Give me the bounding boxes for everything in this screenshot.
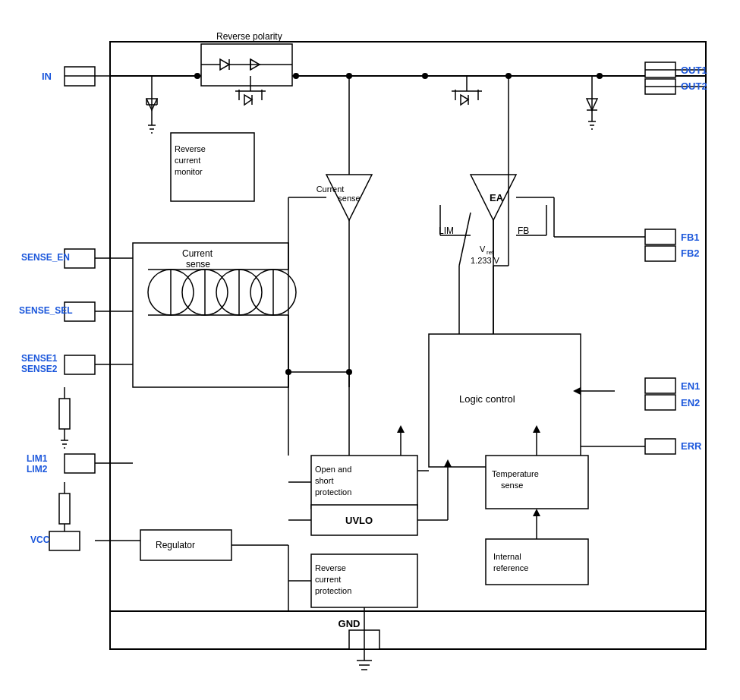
reverse-current-monitor-label-line1: Reverse bbox=[175, 144, 206, 153]
open-short-label-line2: short bbox=[315, 476, 333, 485]
current-sense-amp-label-line1: Current bbox=[316, 184, 345, 194]
reverse-polarity-label: Reverse polarity bbox=[216, 31, 282, 42]
reverse-current-monitor-label-line3: monitor bbox=[175, 167, 203, 176]
svg-rect-126 bbox=[645, 378, 675, 393]
fb1-label: FB1 bbox=[681, 232, 700, 243]
temp-sense-label-line1: Temperature bbox=[492, 469, 539, 478]
current-sense-amp-label-line2: sense bbox=[338, 194, 360, 203]
current-sense-block-label-line2: sense bbox=[186, 259, 210, 270]
svg-rect-83 bbox=[65, 454, 95, 473]
regulator-label: Regulator bbox=[156, 540, 195, 550]
svg-point-13 bbox=[194, 73, 200, 79]
vcc-label: VCC bbox=[30, 534, 50, 545]
svg-rect-127 bbox=[645, 395, 675, 410]
sense-en-label: SENSE_EN bbox=[21, 252, 70, 263]
svg-point-17 bbox=[597, 73, 603, 79]
svg-rect-128 bbox=[645, 439, 675, 454]
uvlo-label: UVLO bbox=[345, 515, 373, 526]
out1-label: OUT1 bbox=[681, 65, 707, 76]
svg-rect-109 bbox=[486, 539, 588, 585]
svg-rect-121 bbox=[645, 229, 675, 244]
reverse-current-monitor-label-line2: current bbox=[175, 156, 200, 165]
internal-ref-label-line2: reference bbox=[493, 563, 528, 572]
rev-cur-prot-label-line2: current bbox=[315, 575, 341, 584]
en1-label: EN1 bbox=[681, 380, 700, 392]
in-label: IN bbox=[42, 71, 52, 82]
open-short-label-line1: Open and bbox=[315, 465, 351, 474]
fb2-label: FB2 bbox=[681, 248, 700, 259]
rev-cur-prot-label-line1: Reverse bbox=[315, 563, 346, 572]
svg-rect-78 bbox=[59, 399, 70, 429]
vref-value-label: 1.233 V bbox=[471, 256, 500, 265]
svg-point-15 bbox=[422, 73, 428, 79]
svg-rect-75 bbox=[65, 355, 95, 374]
logic-control-label: Logic control bbox=[459, 393, 515, 405]
lim2-label: LIM2 bbox=[27, 464, 48, 475]
sense2-label: SENSE2 bbox=[21, 364, 58, 374]
open-short-label-line3: protection bbox=[315, 487, 351, 497]
diagram-container: IN OUT1 OUT2 FB1 FB2 EN1 EN2 ERR GND SEN… bbox=[0, 0, 740, 700]
svg-rect-86 bbox=[59, 493, 70, 524]
err-label: ERR bbox=[681, 440, 702, 452]
internal-ref-label-line1: Internal bbox=[493, 552, 521, 561]
lim1-label: LIM1 bbox=[27, 453, 48, 464]
svg-point-14 bbox=[293, 73, 299, 79]
en2-label: EN2 bbox=[681, 397, 700, 408]
svg-rect-88 bbox=[49, 531, 80, 550]
temp-sense-label-line2: sense bbox=[501, 481, 523, 490]
gnd-label: GND bbox=[339, 618, 361, 629]
svg-rect-122 bbox=[645, 246, 675, 261]
sense1-label: SENSE1 bbox=[21, 353, 58, 364]
fb-signal-label: FB bbox=[518, 225, 529, 236]
svg-point-49 bbox=[346, 73, 352, 79]
lim-signal-label: LIM bbox=[439, 225, 454, 236]
rev-cur-prot-label-line3: protection bbox=[315, 586, 351, 595]
vref-label: V bbox=[480, 244, 486, 254]
ea-label: EA bbox=[490, 192, 504, 203]
out2-label: OUT2 bbox=[681, 80, 707, 92]
sense-sel-label: SENSE_SEL bbox=[19, 305, 73, 316]
vref-sub: ref bbox=[487, 249, 494, 256]
current-sense-block-label-line1: Current bbox=[182, 248, 213, 259]
